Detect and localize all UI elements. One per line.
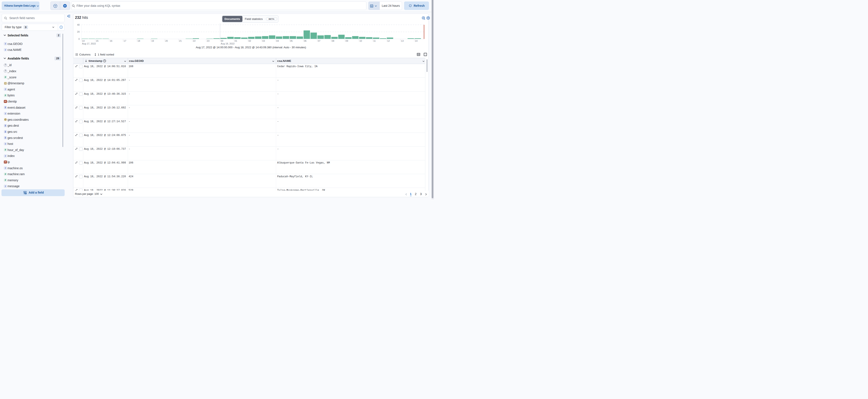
svg-text:Aug 17, 2022: Aug 17, 2022 [82,42,96,45]
svg-text:16: 16 [110,40,112,42]
svg-text:18: 18 [137,40,140,42]
svg-text:13: 13 [401,40,403,42]
svg-text:Aug 18, 2022: Aug 18, 2022 [221,42,235,45]
svg-text:02: 02 [248,40,251,42]
svg-text:19: 19 [151,40,154,42]
svg-text:17: 17 [124,40,126,42]
svg-text:12: 12 [387,40,390,42]
svg-text:01: 01 [235,40,237,42]
svg-text:21: 21 [179,40,182,42]
svg-text:05: 05 [290,40,293,42]
svg-text:22: 22 [193,40,195,42]
svg-text:04: 04 [276,40,279,42]
svg-text:00: 00 [221,40,223,42]
svg-text:07: 07 [318,40,320,42]
svg-text:10: 10 [360,40,362,42]
svg-text:06: 06 [304,40,306,42]
svg-text:11: 11 [373,40,375,42]
svg-text:09: 09 [346,40,348,42]
svg-text:15: 15 [96,40,98,42]
svg-text:14: 14 [82,40,85,42]
svg-text:20: 20 [165,40,168,42]
svg-text:14: 14 [415,40,417,42]
svg-text:23: 23 [207,40,209,42]
svg-text:0: 0 [79,38,80,40]
svg-text:20: 20 [77,31,80,33]
svg-text:08: 08 [332,40,334,42]
svg-text:40: 40 [77,24,80,26]
svg-text:03: 03 [262,40,265,42]
